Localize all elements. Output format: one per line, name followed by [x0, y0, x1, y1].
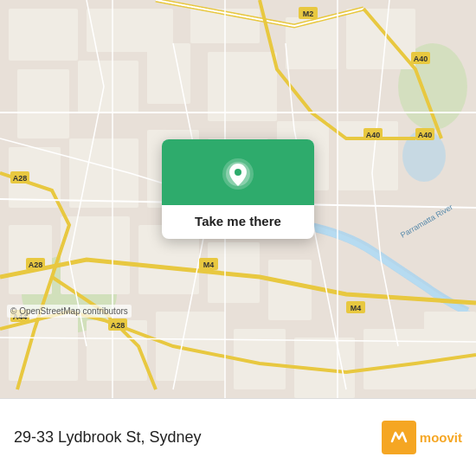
svg-rect-61 [387, 424, 411, 448]
address-label: 29-33 Lydbrook St, Sydney [14, 428, 373, 447]
svg-rect-27 [156, 312, 225, 381]
map-container: M2 A40 A40 A40 A44 A28 A28 A28 M4 M4 Par… [0, 0, 476, 398]
svg-rect-8 [17, 69, 69, 138]
svg-text:A28: A28 [111, 321, 125, 330]
svg-text:A40: A40 [418, 131, 433, 139]
svg-text:M4: M4 [351, 304, 362, 312]
svg-text:A40: A40 [366, 131, 381, 139]
svg-text:M4: M4 [203, 261, 215, 269]
svg-rect-9 [78, 61, 138, 113]
svg-text:A40: A40 [414, 55, 428, 63]
svg-rect-24 [268, 260, 312, 320]
map-copyright: © OpenStreetMap contributors [7, 305, 132, 318]
m2-badge: M2 [303, 10, 314, 18]
svg-rect-13 [346, 9, 415, 69]
moovit-brand-label: moovit [420, 430, 462, 445]
svg-rect-30 [363, 329, 433, 389]
moovit-icon [382, 421, 416, 454]
svg-text:A28: A28 [29, 261, 43, 269]
bottom-bar: 29-33 Lydbrook St, Sydney moovit [0, 398, 476, 476]
location-card[interactable]: Take me there [162, 139, 314, 239]
svg-point-60 [235, 169, 241, 176]
svg-rect-31 [424, 312, 476, 389]
card-green-section [162, 139, 314, 205]
take-me-there-button[interactable]: Take me there [162, 205, 314, 239]
moovit-logo: moovit [382, 421, 462, 454]
svg-rect-21 [61, 216, 130, 294]
svg-rect-5 [9, 9, 78, 61]
location-pin-icon [221, 157, 255, 191]
svg-text:A28: A28 [13, 174, 28, 183]
svg-rect-11 [208, 52, 277, 121]
